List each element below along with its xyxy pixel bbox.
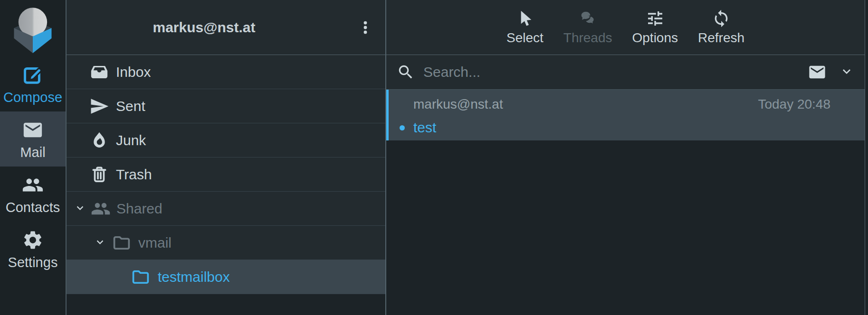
send-icon (89, 96, 109, 116)
message-pane: Select Threads Options (386, 0, 868, 315)
folder-label: Shared (116, 201, 162, 217)
folder-label: testmailbox (158, 269, 230, 285)
message-toolbar: Select Threads Options (386, 0, 865, 55)
folder-label: Inbox (116, 64, 151, 80)
taskbar-item-label: Compose (3, 91, 62, 104)
toolbar-button-label: Options (632, 31, 678, 46)
logo-icon (8, 4, 57, 53)
folder-list-empty-area (67, 294, 385, 315)
folder-item-inbox[interactable]: Inbox (67, 55, 385, 89)
kebab-menu-icon (357, 17, 373, 38)
chevron-down-icon[interactable] (74, 202, 86, 215)
toolbar-button-label: Refresh (698, 31, 744, 46)
message-date: Today 20:48 (758, 97, 830, 112)
scrollbar-gutter[interactable] (865, 0, 868, 315)
envelope-icon (22, 119, 44, 141)
folder-item-sent[interactable]: Sent (67, 89, 385, 123)
toolbar-button-label: Select (506, 31, 544, 46)
people-icon (22, 174, 44, 196)
folder-item-testmailbox[interactable]: testmailbox (67, 260, 385, 294)
taskbar: Compose Mail Contacts Settings (0, 0, 67, 315)
chevron-down-icon[interactable] (94, 236, 106, 249)
unread-dot-icon (400, 125, 405, 130)
toolbar-button-label: Threads (563, 31, 612, 46)
taskbar-item-label: Contacts (6, 201, 60, 214)
search-input[interactable] (423, 64, 808, 80)
message-pane-main: Select Threads Options (386, 0, 865, 315)
folder-item-shared[interactable]: Shared (67, 192, 385, 226)
envelope-icon (808, 63, 827, 82)
folder-menu-button[interactable] (352, 12, 379, 43)
chevron-down-icon (839, 65, 854, 80)
message-list-empty-area (386, 140, 865, 315)
folder-icon (131, 267, 151, 287)
gear-icon (22, 229, 44, 251)
threads-button[interactable]: Threads (561, 9, 615, 46)
search-bar (386, 55, 865, 90)
chat-bubbles-icon (578, 9, 597, 28)
account-title: markus@nst.at (67, 19, 342, 36)
search-options-toggle[interactable] (839, 65, 854, 80)
sliders-icon (646, 9, 665, 28)
folder-label: vmail (138, 235, 172, 251)
folder-label: Sent (116, 98, 145, 114)
taskbar-item-label: Mail (20, 146, 45, 159)
refresh-icon (712, 9, 731, 28)
folder-label: Junk (116, 132, 146, 148)
message-row-line1: markus@nst.at Today 20:48 (400, 97, 830, 112)
folder-label: Trash (116, 167, 152, 183)
taskbar-item-settings[interactable]: Settings (0, 222, 66, 277)
taskbar-item-compose[interactable]: Compose (0, 56, 66, 111)
folder-icon (112, 233, 132, 253)
taskbar-item-contacts[interactable]: Contacts (0, 167, 66, 222)
people-icon (91, 199, 111, 219)
folder-pane: markus@nst.at Inbox (67, 0, 386, 315)
message-sender: markus@nst.at (400, 97, 503, 112)
compose-icon (22, 64, 44, 86)
inbox-icon (89, 62, 109, 82)
search-scope-button[interactable] (808, 63, 827, 82)
message-subject: test (413, 120, 436, 136)
roundcube-logo (0, 0, 66, 56)
folder-item-vmail[interactable]: vmail (67, 226, 385, 260)
cursor-icon (515, 9, 534, 28)
flame-icon (89, 130, 109, 150)
search-icon (397, 63, 415, 81)
folder-item-trash[interactable]: Trash (67, 158, 385, 192)
taskbar-item-mail[interactable]: Mail (0, 111, 66, 167)
select-button[interactable]: Select (504, 9, 546, 46)
folder-pane-header: markus@nst.at (67, 0, 385, 55)
trash-icon (89, 165, 109, 185)
taskbar-item-label: Settings (8, 256, 58, 269)
refresh-button[interactable]: Refresh (695, 9, 747, 46)
options-button[interactable]: Options (630, 9, 681, 46)
message-row-line2: test (400, 120, 830, 136)
message-list: markus@nst.at Today 20:48 test (386, 90, 865, 140)
folder-item-junk[interactable]: Junk (67, 123, 385, 158)
folder-list: Inbox Sent Junk (67, 55, 385, 294)
message-row[interactable]: markus@nst.at Today 20:48 test (386, 90, 865, 140)
app-window: Compose Mail Contacts Settings markus@ns… (0, 0, 868, 315)
